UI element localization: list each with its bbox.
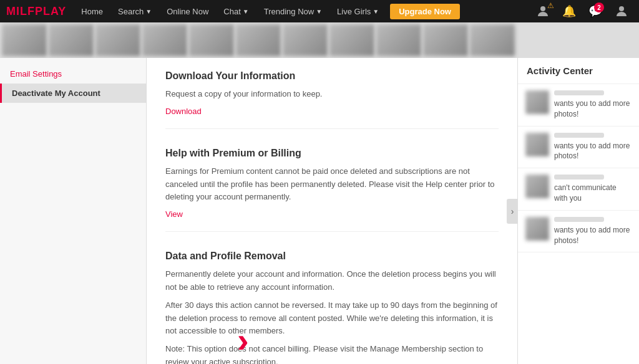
main-content: Download Your Information Request a copy… <box>147 58 517 364</box>
activity-thumb-2 <box>525 175 549 198</box>
activity-item-0[interactable]: wants you to add more photos! <box>518 84 639 127</box>
activity-item-2[interactable]: can't communicate with you <box>518 168 639 211</box>
profile-icon <box>614 4 629 19</box>
profile-thumb-2[interactable] <box>49 24 94 56</box>
premium-section-title: Help with Premium or Billing <box>165 148 499 159</box>
activity-center: Activity Center wants you to add more ph… <box>517 58 639 364</box>
profile-thumb-7[interactable] <box>283 24 328 56</box>
notifications-button[interactable]: 🔔 <box>558 0 580 22</box>
upgrade-button[interactable]: Upgrade Now <box>390 4 460 19</box>
activity-username-1 <box>554 133 604 138</box>
activity-thumb-3 <box>525 217 549 241</box>
messages-button[interactable]: 💬 2 <box>584 0 607 22</box>
nav-search[interactable]: Search ▼ <box>112 0 158 22</box>
nav-right-icons: ⚠ 🔔 💬 2 <box>532 0 633 22</box>
activity-message-3: wants you to add more photos! <box>554 225 632 246</box>
activity-text-3: wants you to add more photos! <box>554 217 632 246</box>
profile-thumb-11[interactable] <box>470 24 515 56</box>
activity-message-0: wants you to add more photos! <box>554 98 632 120</box>
logo-text-red: PLAY <box>35 5 66 17</box>
sidebar-item-email-settings[interactable]: Email Settings <box>0 64 146 84</box>
activity-text-1: wants you to add more photos! <box>554 133 632 162</box>
collapse-chevron-icon: › <box>511 206 514 216</box>
profile-button[interactable] <box>610 0 633 22</box>
profile-thumb-4[interactable] <box>142 24 187 56</box>
main-layout: Email Settings Deactivate My Account Dow… <box>0 58 639 364</box>
activity-text-2: can't communicate with you <box>554 175 632 204</box>
activity-center-collapse-btn[interactable]: › <box>507 199 518 224</box>
arrow-decoration: › <box>237 323 249 358</box>
removal-text-2: After 30 days this action cannot be reve… <box>165 299 499 338</box>
chat-dropdown-arrow: ▼ <box>243 8 249 15</box>
activity-thumb-0 <box>525 90 549 114</box>
nav-online-now[interactable]: Online Now <box>160 0 215 22</box>
live-girls-dropdown-arrow: ▼ <box>373 8 379 15</box>
profile-thumb-9[interactable] <box>376 24 421 56</box>
premium-section-text: Earnings for Premium content cannot be p… <box>165 165 499 204</box>
premium-section: Help with Premium or Billing Earnings fo… <box>165 148 499 232</box>
logo-text-white: MILF <box>6 5 35 17</box>
removal-section-title: Data and Profile Removal <box>165 251 499 262</box>
profile-thumb-6[interactable] <box>236 24 281 56</box>
removal-section: Data and Profile Removal Permanently del… <box>165 251 499 364</box>
sidebar: Email Settings Deactivate My Account <box>0 58 147 364</box>
download-section-text: Request a copy of your information to ke… <box>165 88 499 101</box>
profile-thumb-5[interactable] <box>189 24 234 56</box>
profile-thumb-3[interactable] <box>95 24 140 56</box>
activity-username-3 <box>554 217 604 222</box>
download-link[interactable]: Download <box>165 107 202 116</box>
trending-dropdown-arrow: ▼ <box>316 8 322 15</box>
bell-icon: 🔔 <box>562 4 576 18</box>
activity-message-1: wants you to add more photos! <box>554 141 632 162</box>
top-navigation: MILFPLAY Home Search ▼ Online Now Chat ▼… <box>0 0 639 22</box>
nav-trending[interactable]: Trending Now ▼ <box>258 0 328 22</box>
profile-strip <box>0 22 639 58</box>
svg-point-1 <box>619 6 624 11</box>
removal-text-1: Permanently delete your account and info… <box>165 268 499 294</box>
profile-thumb-8[interactable] <box>329 24 374 56</box>
activity-item-3[interactable]: wants you to add more photos! <box>518 211 639 253</box>
user-warning-icon[interactable]: ⚠ <box>532 0 554 22</box>
search-dropdown-arrow: ▼ <box>145 8 152 15</box>
activity-message-2: can't communicate with you <box>554 183 632 204</box>
activity-item-1[interactable]: wants you to add more photos! <box>518 127 639 169</box>
view-link[interactable]: View <box>165 209 183 219</box>
removal-text-3: Note: This option does not cancel billin… <box>165 343 499 364</box>
profile-thumb-1[interactable] <box>2 24 47 56</box>
activity-text-0: wants you to add more photos! <box>554 90 632 120</box>
activity-thumb-1 <box>525 133 549 156</box>
profile-thumb-10[interactable] <box>423 24 468 56</box>
activity-list: wants you to add more photos! wants you … <box>518 84 639 364</box>
nav-live-girls[interactable]: Live Girls ▼ <box>331 0 385 22</box>
sidebar-item-deactivate[interactable]: Deactivate My Account <box>0 84 146 103</box>
download-section-title: Download Your Information <box>165 70 499 82</box>
activity-username-2 <box>554 175 604 180</box>
nav-chat[interactable]: Chat ▼ <box>217 0 255 22</box>
nav-home[interactable]: Home <box>75 0 109 22</box>
download-section: Download Your Information Request a copy… <box>165 70 499 129</box>
warning-triangle-icon: ⚠ <box>547 1 554 10</box>
activity-center-title: Activity Center <box>518 58 639 84</box>
activity-username-0 <box>554 90 604 95</box>
site-logo[interactable]: MILFPLAY <box>6 5 66 18</box>
messages-badge: 2 <box>594 2 604 12</box>
svg-point-0 <box>540 6 545 11</box>
